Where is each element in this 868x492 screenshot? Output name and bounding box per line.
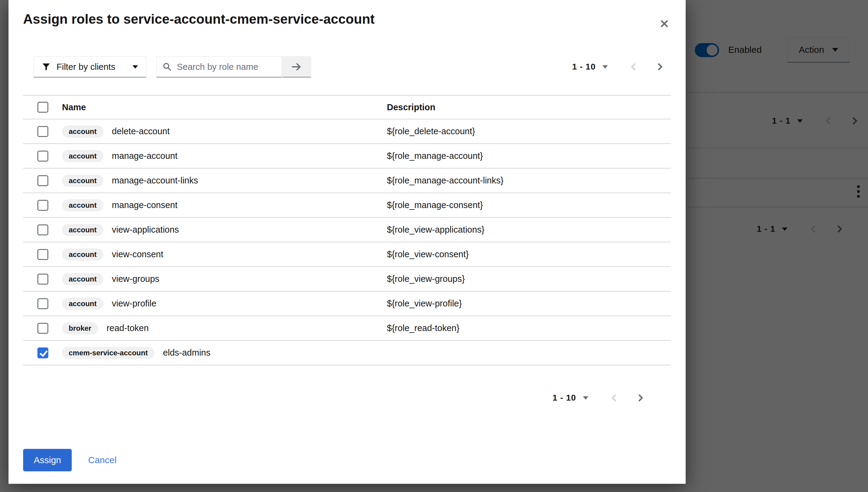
client-badge: account: [62, 175, 103, 187]
caret-down-icon[interactable]: [583, 396, 588, 400]
role-description: ${role_view-groups}: [387, 274, 465, 284]
role-description: ${role_view-consent}: [387, 249, 469, 260]
chevron-left-icon[interactable]: [630, 63, 637, 71]
client-badge: account: [62, 224, 103, 236]
filter-label: Filter by clients: [56, 62, 115, 72]
assign-roles-modal: Assign roles to service-account-cmem-ser…: [8, 0, 686, 484]
role-description: ${role_manage-consent}: [387, 200, 483, 210]
table-body: account delete-account ${role_delete-acc…: [23, 119, 671, 365]
role-description: ${role_manage-account-links}: [387, 175, 503, 186]
search-icon: [163, 63, 171, 71]
role-description: ${role_manage-account}: [387, 151, 483, 161]
table-row: account view-profile ${role_view-profile…: [23, 292, 671, 316]
filter-icon: [42, 63, 50, 71]
role-description: ${role_delete-account}: [387, 126, 475, 137]
pagination-range[interactable]: 1 - 10: [572, 62, 596, 72]
modal-footer: Assign Cancel: [23, 449, 116, 471]
client-badge: account: [62, 248, 103, 261]
table-row: account manage-consent ${role_manage-con…: [23, 193, 671, 218]
role-name: manage-account-links: [112, 175, 198, 186]
role-description: ${role_view-applications}: [387, 225, 485, 235]
client-badge: account: [62, 273, 103, 285]
table-row: account view-consent ${role_view-consent…: [23, 242, 671, 267]
column-header-name: Name: [62, 102, 86, 113]
role-name: delete-account: [112, 126, 170, 137]
caret-down-icon[interactable]: [602, 65, 608, 69]
client-badge: cmem-service-account: [62, 347, 155, 359]
column-header-description: Description: [387, 102, 436, 113]
roles-table: Name Description account delete-account …: [23, 95, 671, 365]
chevron-right-icon[interactable]: [656, 63, 664, 71]
row-checkbox[interactable]: [38, 274, 48, 285]
chevron-left-icon[interactable]: [610, 394, 617, 402]
assign-button[interactable]: Assign: [23, 449, 72, 471]
client-badge: account: [62, 298, 103, 310]
role-name: view-groups: [112, 274, 159, 284]
close-button[interactable]: [658, 17, 671, 30]
select-all-checkbox[interactable]: [38, 102, 48, 113]
role-name: elds-admins: [163, 348, 210, 358]
pagination-range[interactable]: 1 - 10: [553, 393, 576, 403]
row-checkbox[interactable]: [38, 347, 48, 359]
client-badge: broker: [62, 322, 98, 335]
table-row: account view-groups ${role_view-groups}: [23, 267, 671, 292]
table-header-row: Name Description: [23, 95, 671, 119]
modal-title: Assign roles to service-account-cmem-ser…: [23, 11, 375, 27]
roles-toolbar: Filter by clients 1 - 10: [23, 56, 671, 77]
row-checkbox[interactable]: [38, 175, 48, 186]
table-row: cmem-service-account elds-admins: [23, 341, 671, 365]
search-input[interactable]: [177, 62, 275, 72]
row-checkbox[interactable]: [38, 126, 48, 137]
row-checkbox[interactable]: [38, 151, 48, 162]
client-badge: account: [62, 150, 103, 162]
row-checkbox[interactable]: [38, 224, 48, 236]
role-name: manage-consent: [112, 200, 178, 210]
role-name: view-consent: [112, 249, 163, 260]
chevron-right-icon[interactable]: [637, 394, 644, 402]
search-submit-button[interactable]: [282, 56, 311, 77]
row-checkbox[interactable]: [38, 249, 48, 260]
table-row: account manage-account ${role_manage-acc…: [23, 144, 671, 169]
role-description: ${role_view-profile}: [387, 298, 462, 309]
role-search-group: [156, 56, 311, 77]
table-row: account manage-account-links ${role_mana…: [23, 169, 671, 193]
client-badge: account: [62, 199, 103, 212]
row-checkbox[interactable]: [38, 298, 48, 309]
table-row: account delete-account ${role_delete-acc…: [23, 119, 671, 144]
role-description: ${role_read-token}: [387, 323, 460, 333]
search-input-wrapper: [156, 56, 282, 77]
filter-by-clients-dropdown[interactable]: Filter by clients: [33, 56, 146, 77]
client-badge: account: [62, 125, 103, 138]
table-row: account view-applications ${role_view-ap…: [23, 218, 671, 242]
close-icon: [660, 20, 668, 28]
arrow-right-icon: [291, 62, 302, 71]
pagination-bottom: 1 - 10: [553, 391, 644, 405]
row-checkbox[interactable]: [38, 323, 48, 334]
caret-down-icon: [133, 65, 138, 69]
cancel-button[interactable]: Cancel: [88, 455, 116, 465]
role-name: view-applications: [112, 225, 179, 235]
role-name: read-token: [107, 323, 149, 333]
role-name: manage-account: [112, 151, 178, 161]
table-row: broker read-token ${role_read-token}: [23, 316, 671, 341]
role-name: view-profile: [112, 298, 157, 309]
pagination-top: 1 - 10: [572, 59, 664, 74]
row-checkbox[interactable]: [38, 200, 48, 211]
